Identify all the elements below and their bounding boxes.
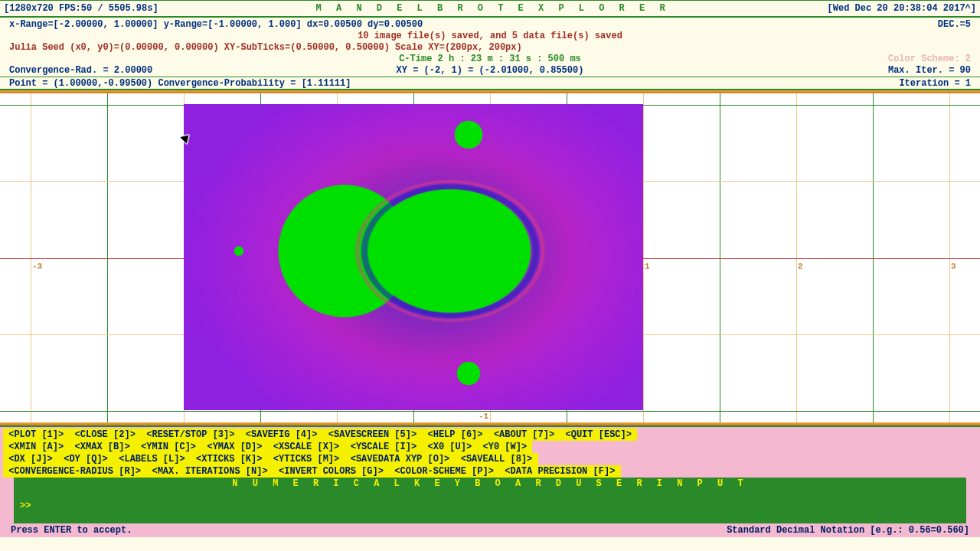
command-panel: <PLOT [1]> <CLOSE [2]> <RESET/STOP [3]> … <box>0 425 980 537</box>
grid-label: -1 <box>479 412 488 421</box>
max-iterations: Max. Iter. = 90 <box>888 65 971 76</box>
range-info: x-Range=[-2.00000, 1.00000] y-Range=[-1.… <box>9 19 423 30</box>
grid-label: 1 <box>645 262 650 271</box>
footer-hint-right: Standard Decimal Notation [e.g.: 0.56=0.… <box>727 525 969 536</box>
cmd-row-1[interactable]: <PLOT [1]> <CLOSE [2]> <RESET/STOP [3]> … <box>3 429 637 441</box>
julia-seed: Julia Seed (x0, y0)=(0.00000, 0.00000) X… <box>9 42 522 53</box>
grid-label: 2 <box>798 262 803 271</box>
cmd-row-4[interactable]: <CONVERGENCE-RADIUS [R]> <MAX. ITERATION… <box>3 465 621 478</box>
compute-time: C-Time 2 h : 23 m : 31 s : 500 ms <box>399 54 581 64</box>
input-prompt: >> <box>20 500 31 511</box>
grid-label: -3 <box>32 262 42 271</box>
convergence-radius: Convergence-Rad. = 2.00000 <box>9 65 152 76</box>
input-header: N U M E R I C A L K E Y B O A R D U S E … <box>14 478 966 490</box>
resolution-fps: [980x551 FPS:50 / 5505.98s] <box>4 3 158 14</box>
decimal-precision: DEC.=5 <box>938 19 971 30</box>
app-title: M A N D E L B R O T E X P L O R E R <box>316 3 670 14</box>
grid-label: 3 <box>951 262 956 271</box>
cmd-row-2[interactable]: <XMIN [A]> <XMAX [B]> <YMIN [C]> <YMAX [… <box>3 441 532 453</box>
numeric-input[interactable]: >> <box>14 490 966 523</box>
cmd-row-3[interactable]: <DX [J]> <DY [Q]> <LABELS [L]> <XTICKS [… <box>3 453 538 465</box>
mandelbrot-render <box>184 104 643 410</box>
title-bar: [980x551 FPS:50 / 5505.98s] M A N D E L… <box>0 0 980 17</box>
fractal-canvas[interactable]: -3 1 2 3 -1 <box>0 93 980 422</box>
footer-hint-left: Press ENTER to accept. <box>11 525 132 536</box>
footer-bar: Press ENTER to accept. Standard Decimal … <box>3 523 977 537</box>
iteration-count: Iteration = 1 <box>899 78 971 89</box>
color-scheme: Color Scheme: 2 <box>888 54 971 64</box>
xy-coords: XY = (-2, 1) = (-2.01000, 0.85500) <box>397 65 584 76</box>
point-info: Point = (1.00000,-0.99500) Convergence-P… <box>9 78 351 89</box>
info-panel: x-Range=[-2.00000, 1.00000] y-Range=[-1.… <box>0 17 980 90</box>
datetime: [Wed Dec 20 20:38:04 2017^] <box>828 3 976 14</box>
saved-status: 10 image file(s) saved, and 5 data file(… <box>358 31 622 41</box>
